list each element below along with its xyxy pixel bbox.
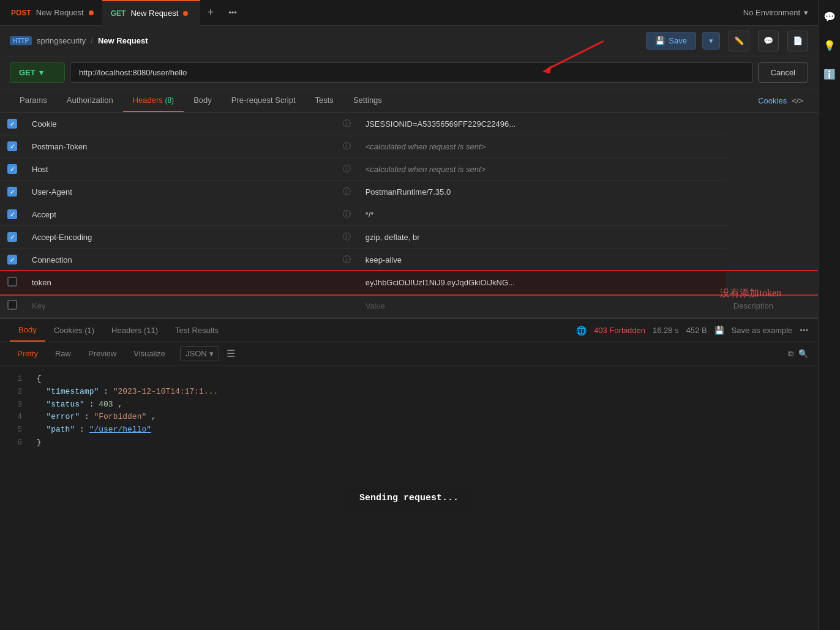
info-icon-connection[interactable]: ⓘ xyxy=(343,255,351,264)
header-value-host[interactable]: <calculated when request is sent> xyxy=(358,158,726,181)
save-button[interactable]: 💾 Save xyxy=(646,32,696,50)
checkbox-cookie[interactable] xyxy=(7,119,17,129)
resp-body-tab-preview[interactable]: Preview xyxy=(81,347,124,361)
edit-button[interactable]: ✏️ xyxy=(729,31,749,51)
checkbox-accept[interactable] xyxy=(7,209,17,219)
tab-add-button[interactable]: + xyxy=(200,6,222,19)
tab-settings[interactable]: Settings xyxy=(343,89,392,112)
save-example-button[interactable]: Save as example xyxy=(732,326,793,335)
save-dropdown-button[interactable]: ▾ xyxy=(702,32,720,50)
header-key-accept[interactable]: Accept xyxy=(24,203,336,226)
header-key-host[interactable]: Host xyxy=(24,158,336,181)
get-method-label: GET xyxy=(111,9,126,18)
header-key-empty[interactable]: Key xyxy=(24,294,336,318)
info-icon-user-agent[interactable]: ⓘ xyxy=(343,187,351,196)
save-icon: 💾 xyxy=(655,36,665,45)
resp-body-tab-pretty[interactable]: Pretty xyxy=(10,347,45,361)
resp-body-tab-visualize[interactable]: Visualize xyxy=(126,347,173,361)
env-label: No Environment xyxy=(743,8,800,17)
http-badge: HTTP xyxy=(10,36,32,45)
info-icon-cookie[interactable]: ⓘ xyxy=(343,119,351,128)
checkbox-user-agent[interactable] xyxy=(7,187,17,197)
header-value-cookie[interactable]: JSESSIONID=A53356569FF229C22496... xyxy=(358,113,726,135)
info-icon-accept[interactable]: ⓘ xyxy=(343,209,351,219)
tab-get-new-request[interactable]: GET New Request xyxy=(102,0,200,26)
response-status-bar: 🌐 403 Forbidden 16.28 s 452 B 💾 Save as … xyxy=(227,326,808,336)
globe-icon: 🌐 xyxy=(576,326,587,336)
code-line-2: 2 "timestamp" : "2023-12-10T14:17:1... xyxy=(10,386,808,399)
header-row-cookie: Cookie ⓘ JSESSIONID=A53356569FF229C22496… xyxy=(0,113,818,135)
response-more-button[interactable]: ••• xyxy=(800,326,808,335)
resp-tab-cookies[interactable]: Cookies (1) xyxy=(45,320,103,341)
header-value-empty[interactable]: Value xyxy=(358,294,726,318)
header-key-accept-encoding[interactable]: Accept-Encoding xyxy=(24,226,336,249)
request-tabs-bar: Params Authorization Headers (8) Body Pr… xyxy=(0,89,818,113)
url-input[interactable] xyxy=(70,62,753,83)
comment-button[interactable]: 💬 xyxy=(758,31,779,51)
header-value-accept-encoding[interactable]: gzip, deflate, br xyxy=(358,226,726,249)
header-value-connection[interactable]: keep-alive xyxy=(358,249,726,271)
tab-get-dot xyxy=(183,11,188,16)
tab-authorization[interactable]: Authorization xyxy=(57,89,123,112)
environment-selector[interactable]: No Environment ▾ xyxy=(736,8,816,17)
format-value: JSON xyxy=(186,349,207,358)
header-value-postman-token[interactable]: <calculated when request is sent> xyxy=(358,135,726,158)
header-value-accept[interactable]: */* xyxy=(358,203,726,226)
checkbox-token[interactable] xyxy=(7,277,17,287)
header-key-cookie[interactable]: Cookie xyxy=(24,113,336,135)
filter-icon[interactable]: ☰ xyxy=(227,348,235,359)
url-bar-wrapper: GET ▾ Cancel xyxy=(0,56,818,89)
sending-label: Sending request... xyxy=(359,493,459,503)
checkbox-connection[interactable] xyxy=(7,255,17,264)
info-icon-postman-token[interactable]: ⓘ xyxy=(343,141,351,151)
tab-tests[interactable]: Tests xyxy=(306,89,343,112)
response-tabs-bar: Body Cookies (1) Headers (11) Test Resul… xyxy=(0,318,818,342)
checkbox-accept-encoding[interactable] xyxy=(7,232,17,242)
cookies-link[interactable]: Cookies xyxy=(758,96,787,105)
resp-tab-test-results[interactable]: Test Results xyxy=(167,320,227,341)
header-row-user-agent: User-Agent ⓘ PostmanRuntime/7.35.0 xyxy=(0,181,818,203)
sidebar-info-icon[interactable]: ℹ️ xyxy=(820,65,839,84)
search-icon[interactable]: 🔍 xyxy=(798,349,808,359)
header-value-token[interactable]: eyJhbGciOiJIUzI1NiJ9.eyJqdGkiOiJkNG... xyxy=(358,271,726,294)
header-value-user-agent[interactable]: PostmanRuntime/7.35.0 xyxy=(358,181,726,203)
breadcrumb-workspace[interactable]: springsecurity xyxy=(37,36,86,45)
sidebar-message-icon[interactable]: 💬 xyxy=(820,7,839,26)
code-icon[interactable]: </> xyxy=(787,96,808,105)
header-key-connection[interactable]: Connection xyxy=(24,249,336,271)
breadcrumb-bar: HTTP springsecurity / New Request 💾 Save… xyxy=(0,26,818,56)
header-key-postman-token[interactable]: Postman-Token xyxy=(24,135,336,158)
tab-body[interactable]: Body xyxy=(184,89,222,112)
tab-headers[interactable]: Headers (8) xyxy=(123,89,184,112)
checkbox-host[interactable] xyxy=(7,164,17,174)
copy-icon[interactable]: ⧉ xyxy=(788,349,793,359)
checkbox-postman-token[interactable] xyxy=(7,141,17,151)
content-area: HTTP springsecurity / New Request 💾 Save… xyxy=(0,26,818,630)
response-code-area: 1 { 2 "timestamp" : "2023-12-10T14:17:1.… xyxy=(0,366,818,630)
header-row-postman-token: Postman-Token ⓘ <calculated when request… xyxy=(0,135,818,158)
info-icon-host[interactable]: ⓘ xyxy=(343,164,351,173)
sidebar-lightbulb-icon[interactable]: 💡 xyxy=(820,36,839,55)
response-body-tabs: Pretty Raw Preview Visualize JSON ▾ ☰ ⧉ … xyxy=(0,342,818,366)
method-value: GET xyxy=(19,68,36,77)
resp-tab-body[interactable]: Body xyxy=(10,319,45,342)
tab-more-button[interactable]: ••• xyxy=(221,8,244,17)
checkbox-empty[interactable] xyxy=(7,300,17,310)
header-row-accept: Accept ⓘ */* xyxy=(0,203,818,226)
header-row-empty: Key Value Description xyxy=(0,294,818,318)
header-row-host: Host ⓘ <calculated when request is sent> xyxy=(0,158,818,181)
cancel-button[interactable]: Cancel xyxy=(758,62,808,83)
tab-prerequest[interactable]: Pre-request Script xyxy=(222,89,306,112)
tab-post-new-request[interactable]: POST New Request xyxy=(2,0,102,26)
header-desc-empty: Description xyxy=(726,294,818,318)
docs-button[interactable]: 📄 xyxy=(787,31,808,51)
tab-params[interactable]: Params xyxy=(10,89,57,112)
format-selector[interactable]: JSON ▾ xyxy=(180,346,219,361)
response-size: 452 B xyxy=(686,326,707,335)
method-selector[interactable]: GET ▾ xyxy=(10,62,65,83)
info-icon-accept-encoding[interactable]: ⓘ xyxy=(343,232,351,241)
header-key-user-agent[interactable]: User-Agent xyxy=(24,181,336,203)
resp-tab-headers[interactable]: Headers (11) xyxy=(103,320,167,341)
header-key-token[interactable]: token xyxy=(24,271,336,294)
resp-body-tab-raw[interactable]: Raw xyxy=(48,347,78,361)
